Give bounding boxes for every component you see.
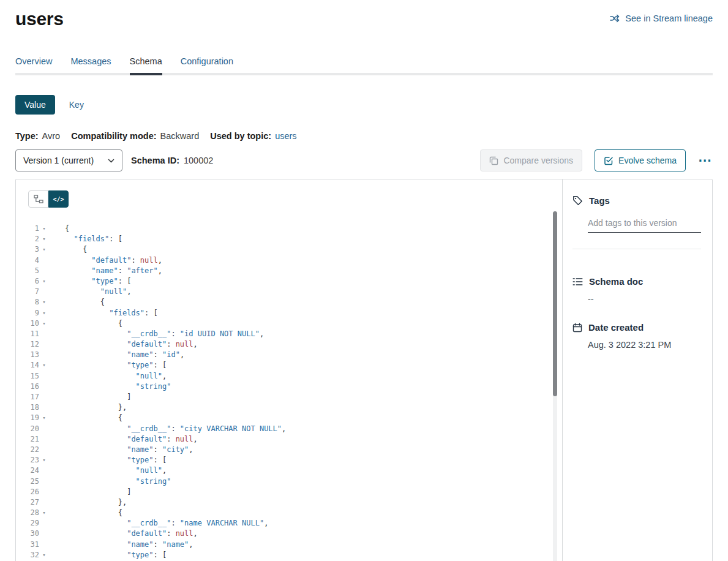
fold-toggle-icon[interactable]: ▾ bbox=[39, 308, 49, 318]
line-number: 28 bbox=[16, 508, 39, 518]
code-line: 15 "null", bbox=[16, 371, 562, 382]
code-line: 3▾ { bbox=[16, 244, 562, 255]
code-text: "default": null, bbox=[49, 339, 198, 350]
fold-toggle-icon[interactable]: ▾ bbox=[39, 318, 49, 329]
version-select[interactable]: Version 1 (current) bbox=[15, 149, 122, 171]
fold-toggle-icon bbox=[39, 382, 49, 392]
compare-versions-label: Compare versions bbox=[503, 156, 573, 165]
tab-configuration[interactable]: Configuration bbox=[181, 56, 233, 75]
topic-label: Used by topic: bbox=[210, 131, 271, 141]
tree-view-button[interactable] bbox=[28, 190, 48, 208]
fold-toggle-icon[interactable]: ▾ bbox=[39, 276, 49, 287]
fold-toggle-icon bbox=[39, 445, 49, 455]
code-text: }, bbox=[49, 402, 127, 413]
code-text: { bbox=[49, 224, 69, 234]
fold-toggle-icon[interactable]: ▾ bbox=[39, 508, 49, 518]
code-line: 5 "name": "after", bbox=[16, 266, 562, 276]
date-created-value: Aug. 3 2022 3:21 PM bbox=[588, 340, 701, 350]
stream-lineage-link[interactable]: See in Stream lineage bbox=[610, 13, 713, 23]
fold-toggle-icon[interactable]: ▾ bbox=[39, 455, 49, 465]
code-text: "null", bbox=[49, 371, 167, 382]
code-line: 31 "name": "name", bbox=[16, 540, 562, 550]
more-options-button[interactable]: ⋯ bbox=[697, 154, 713, 167]
fold-toggle-icon[interactable]: ▾ bbox=[39, 244, 49, 255]
page-header: users See in Stream lineage bbox=[15, 9, 713, 29]
line-number: 10 bbox=[16, 318, 39, 329]
value-toggle-button[interactable]: Value bbox=[15, 95, 55, 115]
fold-toggle-icon[interactable]: ▾ bbox=[39, 413, 49, 423]
code-view-button[interactable]: </> bbox=[48, 190, 69, 208]
code-text: "string" bbox=[49, 382, 171, 392]
code-text: { bbox=[49, 413, 122, 423]
code-text: "type": [ bbox=[49, 276, 131, 287]
line-number: 22 bbox=[16, 445, 39, 455]
fold-toggle-icon bbox=[39, 424, 49, 434]
line-number: 29 bbox=[16, 518, 39, 529]
tab-messages[interactable]: Messages bbox=[70, 56, 111, 75]
code-line: 13 "name": "id", bbox=[16, 350, 562, 360]
code-line: 23▾ "type": [ bbox=[16, 455, 562, 465]
tags-input[interactable] bbox=[588, 216, 701, 233]
tab-overview[interactable]: Overview bbox=[15, 56, 52, 75]
line-number: 12 bbox=[16, 339, 39, 350]
fold-toggle-icon bbox=[39, 529, 49, 539]
code-line: 9▾ "fields": [ bbox=[16, 308, 562, 318]
code-text: "default": null, bbox=[49, 529, 198, 539]
type-label: Type: bbox=[15, 131, 39, 141]
stream-lineage-icon bbox=[610, 14, 621, 23]
code-text: "name": "id", bbox=[49, 350, 184, 360]
fold-toggle-icon[interactable]: ▾ bbox=[39, 360, 49, 371]
code-line: 22 "name": "city", bbox=[16, 445, 562, 455]
code-line: 12 "default": null, bbox=[16, 339, 562, 350]
compatibility-value: Backward bbox=[160, 131, 200, 141]
code-text: "fields": [ bbox=[49, 234, 122, 244]
code-line: 32▾ "type": [ bbox=[16, 550, 562, 560]
line-number: 24 bbox=[16, 465, 39, 476]
code-text: "name": "name", bbox=[49, 540, 193, 550]
code-line: 7 "null", bbox=[16, 287, 562, 297]
sidebar-divider bbox=[572, 249, 701, 249]
fold-toggle-icon bbox=[39, 329, 49, 339]
schema-id-value: 100002 bbox=[184, 156, 213, 165]
fold-toggle-icon bbox=[39, 287, 49, 297]
schema-id-label: Schema ID: bbox=[131, 156, 179, 165]
code-line: 17 ] bbox=[16, 392, 562, 402]
code-text: "type": [ bbox=[49, 550, 167, 560]
fold-toggle-icon[interactable]: ▾ bbox=[39, 234, 49, 244]
scrollbar-thumb[interactable] bbox=[553, 211, 557, 396]
line-number: 18 bbox=[16, 402, 39, 413]
evolve-schema-button[interactable]: Evolve schema bbox=[595, 149, 686, 171]
code-text: { bbox=[49, 318, 122, 329]
tab-schema[interactable]: Schema bbox=[130, 56, 162, 75]
line-number: 13 bbox=[16, 350, 39, 360]
code-text: "default": null, bbox=[49, 434, 198, 445]
type-value: Avro bbox=[42, 131, 61, 141]
line-number: 17 bbox=[16, 392, 39, 402]
key-toggle-link[interactable]: Key bbox=[69, 100, 84, 110]
fold-toggle-icon[interactable]: ▾ bbox=[39, 297, 49, 307]
fold-toggle-icon bbox=[39, 518, 49, 529]
code-lines: 1▾{2▾ "fields": [3▾ {4 "default": null,5… bbox=[16, 224, 562, 560]
compare-versions-button[interactable]: Compare versions bbox=[480, 149, 582, 171]
fold-toggle-icon bbox=[39, 339, 49, 350]
line-number: 26 bbox=[16, 487, 39, 497]
tags-section-header: Tags bbox=[572, 195, 701, 206]
tree-view-icon bbox=[34, 195, 43, 203]
line-number: 6 bbox=[16, 276, 39, 287]
code-line: 1▾{ bbox=[16, 224, 562, 234]
line-number: 14 bbox=[16, 360, 39, 371]
fold-toggle-icon[interactable]: ▾ bbox=[39, 550, 49, 560]
code-text: "type": [ bbox=[49, 455, 167, 465]
line-number: 5 bbox=[16, 266, 39, 276]
code-text: "null", bbox=[49, 287, 131, 297]
code-line: 8▾ { bbox=[16, 297, 562, 307]
tags-heading: Tags bbox=[589, 195, 610, 206]
code-line: 4 "default": null, bbox=[16, 255, 562, 266]
code-line: 11 "__crdb__": "id UUID NOT NULL", bbox=[16, 329, 562, 339]
line-number: 4 bbox=[16, 255, 39, 266]
line-number: 31 bbox=[16, 540, 39, 550]
topic-link[interactable]: users bbox=[275, 131, 296, 141]
tab-bar: Overview Messages Schema Configuration bbox=[15, 56, 713, 75]
fold-toggle-icon[interactable]: ▾ bbox=[39, 224, 49, 234]
calendar-icon bbox=[572, 323, 582, 333]
